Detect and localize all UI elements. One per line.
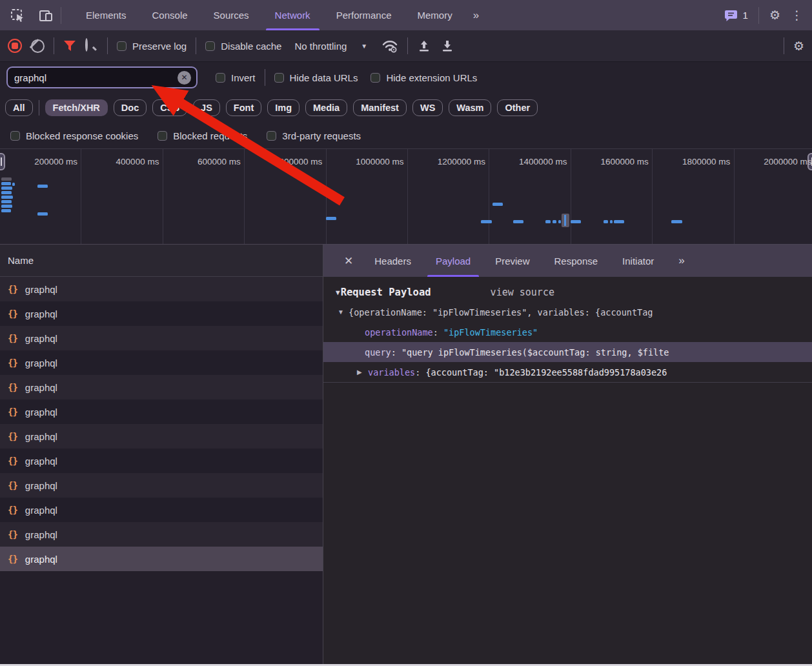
checkbox[interactable] xyxy=(370,73,380,83)
fetch-xhr-icon: {} xyxy=(8,407,17,417)
table-row-request[interactable]: {}graphql xyxy=(0,326,323,350)
fetch-xhr-icon: {} xyxy=(8,358,17,368)
throttling-dropdown[interactable]: No throttling ▼ xyxy=(294,41,367,52)
twisty-open-icon: ▼ xyxy=(336,288,340,297)
clear-filter-icon[interactable]: ✕ xyxy=(178,71,191,85)
request-timing-bar xyxy=(671,220,682,223)
network-overview-timeline[interactable]: 200000 ms400000 ms600000 ms800000 ms1000… xyxy=(0,149,812,245)
panel-tabs: ElementsConsoleSourcesNetworkPerformance… xyxy=(73,0,465,30)
checkbox[interactable] xyxy=(117,41,127,51)
tab-headers[interactable]: Headers xyxy=(365,245,421,277)
more-panels-button[interactable]: » xyxy=(465,0,485,30)
preserve-log-checkbox[interactable]: Preserve log xyxy=(117,41,187,52)
more-details-tabs-button[interactable]: » xyxy=(669,245,693,277)
type-filter-fetch-xhr[interactable]: Fetch/XHR xyxy=(45,99,108,116)
filter-icon[interactable] xyxy=(63,40,76,52)
import-har-icon[interactable] xyxy=(417,39,431,53)
filter-input[interactable] xyxy=(14,72,178,83)
tab-response[interactable]: Response xyxy=(545,245,608,277)
record-network-log-button[interactable] xyxy=(8,39,22,53)
table-row-request[interactable]: {}graphql xyxy=(0,473,323,498)
table-row-request[interactable]: {}graphql xyxy=(0,547,323,571)
checkbox[interactable] xyxy=(157,131,167,141)
payload-line[interactable]: ▼{operationName: "ipFlowTimeseries", var… xyxy=(323,302,812,322)
type-filter-ws[interactable]: WS xyxy=(412,99,443,116)
table-row-request[interactable]: {}graphql xyxy=(0,301,323,326)
table-row-request[interactable]: {}graphql xyxy=(0,350,323,375)
payload-line[interactable]: query: "query ipFlowTimeseries($accountT… xyxy=(323,342,812,362)
search-icon[interactable] xyxy=(85,39,98,52)
table-row-request[interactable]: {}graphql xyxy=(0,449,323,473)
tab-console[interactable]: Console xyxy=(139,0,201,30)
tab-elements[interactable]: Elements xyxy=(73,0,139,30)
issues-button[interactable]: 1 xyxy=(724,9,748,22)
type-filter-manifest[interactable]: Manifest xyxy=(353,99,407,116)
hide-data-urls-checkbox[interactable]: Hide data URLs xyxy=(274,72,358,83)
export-har-icon[interactable] xyxy=(440,39,454,53)
disable-cache-checkbox[interactable]: Disable cache xyxy=(205,41,281,52)
request-payload-section-header[interactable]: ▼ Request Payload view source xyxy=(323,277,812,302)
payload-line[interactable]: ▶variables: {accountTag: "b12e3b2192ee55… xyxy=(323,362,812,382)
tab-payload[interactable]: Payload xyxy=(426,245,480,277)
payload-line[interactable]: operationName: "ipFlowTimeseries" xyxy=(323,322,812,342)
type-filter-wasm[interactable]: Wasm xyxy=(449,99,491,116)
details-tab-bar: ✕ HeadersPayloadPreviewResponseInitiator… xyxy=(323,245,812,277)
name-column-header[interactable]: Name xyxy=(0,245,323,277)
request-timing-bar xyxy=(1,196,13,199)
type-filter-all[interactable]: All xyxy=(5,99,33,116)
tab-preview[interactable]: Preview xyxy=(485,245,539,277)
tab-network[interactable]: Network xyxy=(262,0,323,30)
checkbox[interactable] xyxy=(267,131,276,141)
payload-panel: ▼ Request Payload view source ▼{operatio… xyxy=(323,277,812,664)
checkbox[interactable] xyxy=(274,73,284,83)
table-row-request[interactable]: {}graphql xyxy=(0,424,323,449)
table-row-request[interactable]: {}graphql xyxy=(0,277,323,301)
type-filter-js[interactable]: JS xyxy=(193,99,220,116)
type-filter-doc[interactable]: Doc xyxy=(114,99,147,116)
twisty-closed-icon[interactable]: ▶ xyxy=(357,368,368,376)
request-timing-bar xyxy=(481,220,492,223)
type-filter-media[interactable]: Media xyxy=(305,99,347,116)
checkbox[interactable] xyxy=(216,73,225,83)
twisty-open-icon[interactable]: ▼ xyxy=(338,308,349,316)
divider xyxy=(196,37,196,54)
request-timing-bar xyxy=(492,203,503,206)
tab-memory[interactable]: Memory xyxy=(405,0,465,30)
invert-checkbox[interactable]: Invert xyxy=(216,72,256,83)
timeline-tick-label: 800000 ms xyxy=(245,157,322,166)
fetch-xhr-icon: {} xyxy=(8,284,17,294)
request-timing-bar xyxy=(614,220,624,223)
settings-gear-icon[interactable]: ⚙ xyxy=(769,9,780,21)
clear-network-log-button[interactable] xyxy=(31,39,45,53)
request-name: graphql xyxy=(25,456,57,467)
network-conditions-icon[interactable] xyxy=(381,39,398,53)
blocked-response-cookies-checkbox[interactable]: Blocked response cookies xyxy=(10,130,138,141)
inspect-element-icon[interactable] xyxy=(9,7,26,24)
type-filter-css[interactable]: CSS xyxy=(152,99,187,116)
type-filter-other[interactable]: Other xyxy=(497,99,538,116)
request-timing-bar xyxy=(1,209,11,212)
request-timing-bar xyxy=(513,220,523,223)
close-details-icon[interactable]: ✕ xyxy=(335,254,362,268)
kebab-menu-icon[interactable]: ⋮ xyxy=(791,9,803,21)
divider xyxy=(107,37,108,54)
table-row-request[interactable]: {}graphql xyxy=(0,498,323,522)
view-source-link[interactable]: view source xyxy=(491,287,554,298)
3rd-party-requests-checkbox[interactable]: 3rd-party requests xyxy=(267,130,361,141)
checkbox[interactable] xyxy=(10,131,20,141)
tab-sources[interactable]: Sources xyxy=(201,0,262,30)
table-row-request[interactable]: {}graphql xyxy=(0,522,323,547)
request-timing-bar xyxy=(37,185,48,188)
type-filter-img[interactable]: Img xyxy=(267,99,299,116)
tab-performance[interactable]: Performance xyxy=(323,0,405,30)
request-timing-bar xyxy=(1,191,12,194)
hide-extension-urls-checkbox[interactable]: Hide extension URLs xyxy=(370,72,477,83)
network-settings-gear-icon[interactable]: ⚙ xyxy=(793,40,804,52)
device-toolbar-icon[interactable] xyxy=(37,7,54,24)
table-row-request[interactable]: {}graphql xyxy=(0,375,323,399)
tab-initiator[interactable]: Initiator xyxy=(613,245,664,277)
checkbox[interactable] xyxy=(205,41,215,51)
table-row-request[interactable]: {}graphql xyxy=(0,399,323,424)
type-filter-font[interactable]: Font xyxy=(226,99,261,116)
blocked-requests-checkbox[interactable]: Blocked requests xyxy=(157,130,247,141)
